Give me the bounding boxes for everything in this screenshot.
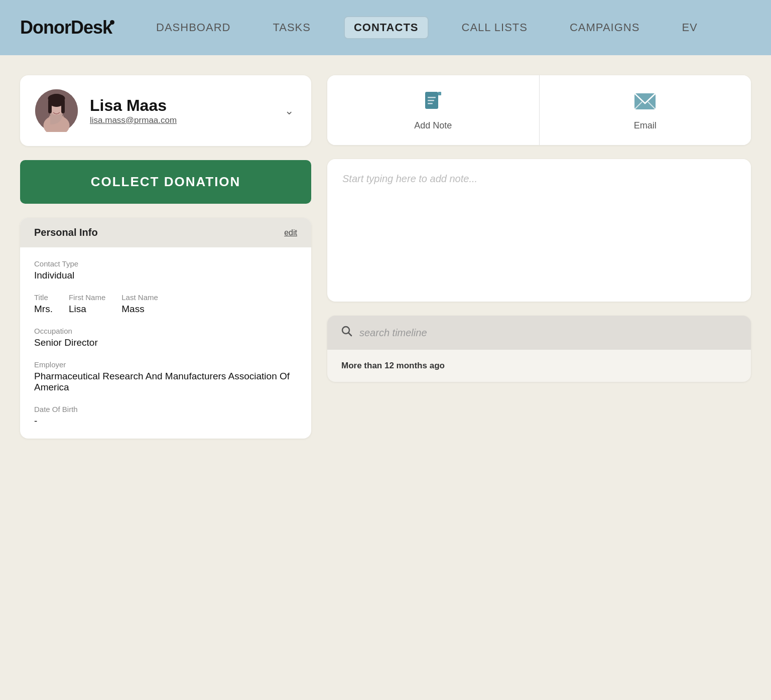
main-content: Lisa Maas lisa.mass@prmaa.com ⌄ COLLECT … [0, 55, 771, 439]
note-textarea[interactable] [327, 159, 751, 300]
add-note-label: Add Note [414, 120, 452, 131]
email-button[interactable]: Email [540, 75, 751, 145]
contact-email[interactable]: lisa.mass@prmaa.com [90, 115, 270, 125]
action-buttons-row: Add Note Email [327, 75, 751, 145]
first-name-field: First Name Lisa [69, 293, 105, 315]
dob-field: Date Of Birth - [34, 405, 297, 427]
nav-item-tasks[interactable]: TASKS [264, 17, 320, 38]
svg-point-7 [48, 94, 65, 103]
title-value: Mrs. [34, 304, 53, 315]
contact-name: Lisa Maas [90, 96, 270, 115]
occupation-field: Occupation Senior Director [34, 327, 297, 348]
add-note-button[interactable]: Add Note [327, 75, 539, 145]
left-column: Lisa Maas lisa.mass@prmaa.com ⌄ COLLECT … [20, 75, 311, 439]
personal-info-header: Personal Info edit [20, 218, 311, 247]
edit-personal-info-link[interactable]: edit [284, 228, 297, 237]
name-row: Title Mrs. First Name Lisa Last Name Mas… [34, 293, 297, 315]
app-logo: DonorDesk [20, 17, 112, 38]
personal-info-title: Personal Info [34, 227, 98, 238]
timeline-search-input[interactable] [359, 327, 737, 339]
first-name-label: First Name [69, 293, 105, 302]
last-name-value: Mass [121, 304, 158, 315]
first-name-value: Lisa [69, 304, 105, 315]
nav-item-call-lists[interactable]: CALL LISTS [453, 17, 537, 38]
nav-item-dashboard[interactable]: DASHBOARD [147, 17, 239, 38]
occupation-value: Senior Director [34, 337, 297, 348]
personal-info-body: Contact Type Individual Title Mrs. First… [20, 247, 311, 439]
timeline-search-card: More than 12 months ago [327, 316, 751, 382]
employer-label: Employer [34, 360, 297, 369]
nav-item-contacts[interactable]: CONTACTS [344, 16, 429, 39]
title-field: Title Mrs. [34, 293, 53, 315]
svg-rect-12 [428, 100, 434, 101]
employer-field: Employer Pharmaceutical Research And Man… [34, 360, 297, 393]
contact-expand-chevron[interactable]: ⌄ [282, 102, 296, 120]
main-nav: DASHBOARD TASKS CONTACTS CALL LISTS CAMP… [147, 16, 751, 39]
occupation-label: Occupation [34, 327, 297, 335]
avatar [35, 89, 78, 132]
svg-rect-11 [428, 97, 436, 98]
right-column: Add Note Email [327, 75, 751, 382]
svg-rect-10 [438, 92, 441, 95]
email-label: Email [634, 120, 657, 131]
contact-type-value: Individual [34, 270, 297, 281]
last-name-label: Last Name [121, 293, 158, 302]
dob-label: Date Of Birth [34, 405, 297, 413]
nav-item-campaigns[interactable]: CAMPAIGNS [561, 17, 649, 38]
note-area-wrapper [327, 159, 751, 302]
nav-item-ev[interactable]: EV [673, 17, 706, 38]
title-label: Title [34, 293, 53, 302]
timeline-section: More than 12 months ago [327, 350, 751, 382]
header: DonorDesk DASHBOARD TASKS CONTACTS CALL … [0, 0, 771, 55]
contact-type-label: Contact Type [34, 259, 297, 268]
add-note-icon [421, 89, 445, 113]
search-icon [341, 326, 352, 340]
svg-line-18 [349, 333, 352, 336]
email-icon [633, 89, 657, 113]
timeline-search-bar [327, 316, 751, 350]
contact-info: Lisa Maas lisa.mass@prmaa.com [90, 96, 270, 125]
timeline-more-than-label: More than 12 months ago [341, 361, 737, 371]
collect-donation-button[interactable]: COLLECT DONATION [20, 160, 311, 204]
contact-type-field: Contact Type Individual [34, 259, 297, 281]
last-name-field: Last Name Mass [121, 293, 158, 315]
dob-value: - [34, 415, 297, 427]
contact-card: Lisa Maas lisa.mass@prmaa.com ⌄ [20, 75, 311, 146]
svg-rect-13 [428, 103, 433, 104]
personal-info-card: Personal Info edit Contact Type Individu… [20, 218, 311, 439]
employer-value: Pharmaceutical Research And Manufacturer… [34, 371, 297, 393]
